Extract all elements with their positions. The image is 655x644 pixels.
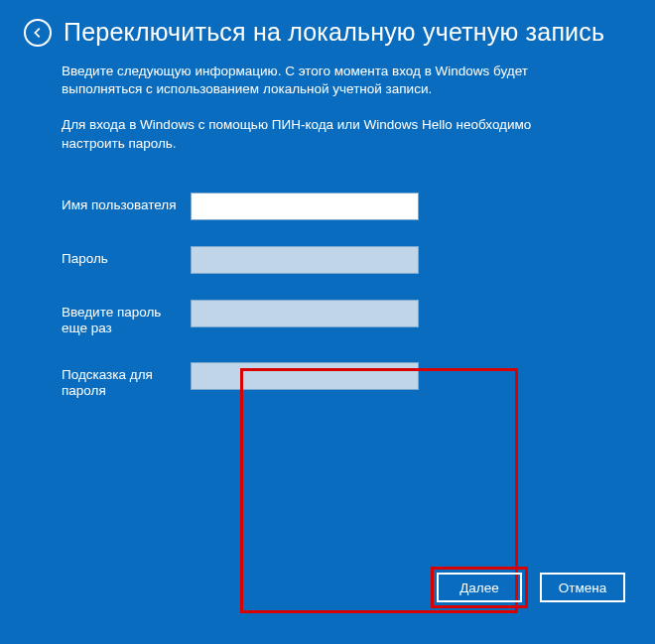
highlight-box-next: Далее <box>431 567 528 608</box>
label-confirm: Введите пароль еще раз <box>62 300 191 336</box>
pin-note-text: Для входа в Windows с помощью ПИН-кода и… <box>62 116 593 152</box>
back-button[interactable] <box>24 19 52 47</box>
next-button[interactable]: Далее <box>437 573 522 602</box>
header: Переключиться на локальную учетную запис… <box>0 0 655 55</box>
label-password: Пароль <box>62 246 191 267</box>
input-confirm[interactable] <box>191 300 419 327</box>
content: Введите следующую информацию. С этого мо… <box>0 63 655 400</box>
arrow-left-icon <box>31 26 45 40</box>
footer: Далее Отмена <box>431 567 625 608</box>
cancel-button[interactable]: Отмена <box>540 573 625 602</box>
input-hint[interactable] <box>191 362 419 390</box>
input-password[interactable] <box>191 246 419 274</box>
row-hint: Подсказка для пароля <box>62 362 593 399</box>
label-hint: Подсказка для пароля <box>62 362 191 399</box>
form-area: Имя пользователя Пароль Введите пароль е… <box>62 181 593 400</box>
label-username: Имя пользователя <box>62 193 191 213</box>
page-title: Переключиться на локальную учетную запис… <box>64 18 604 47</box>
row-password: Пароль <box>62 246 593 274</box>
intro-text: Введите следующую информацию. С этого мо… <box>62 63 593 98</box>
input-username[interactable] <box>191 193 419 220</box>
row-confirm: Введите пароль еще раз <box>62 300 593 336</box>
row-username: Имя пользователя <box>62 193 593 220</box>
